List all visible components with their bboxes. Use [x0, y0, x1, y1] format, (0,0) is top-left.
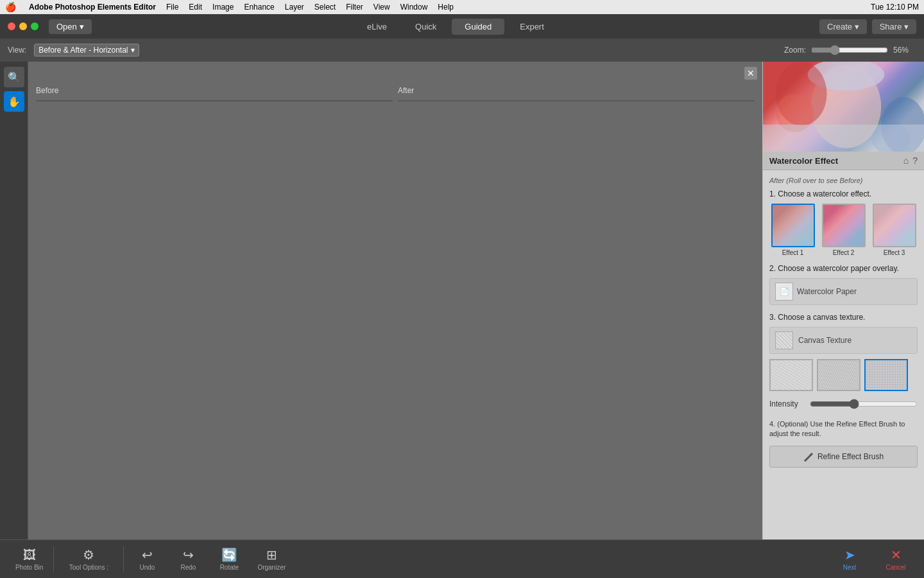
effect2-label: Effect 2 [833, 249, 855, 256]
step3-label: 3. Choose a canvas texture. [769, 313, 918, 322]
canvas-texture-label: Canvas Texture [798, 336, 851, 345]
paper-icon: 📄 [775, 283, 793, 301]
bottom-toolbar: 🖼 Photo Bin ⚙ Tool Options : ↩ Undo ↪ Re… [0, 539, 924, 578]
panel-home-icon[interactable]: ⌂ [903, 155, 909, 166]
undo-icon: ↩ [142, 547, 153, 563]
tab-guided[interactable]: Guided [452, 19, 504, 35]
preview-image-bg [763, 62, 924, 152]
step4-label: 4. (Optional) Use the Refine Effect Brus… [769, 419, 918, 439]
intensity-row: Intensity [769, 399, 918, 409]
app-name: Adobe Photoshop Elements Editor [29, 3, 156, 12]
cancel-button[interactable]: ✕ Cancel [875, 545, 916, 574]
texture3-thumb[interactable] [864, 359, 908, 391]
before-panel: Before [36, 100, 393, 532]
redo-button[interactable]: ↪ Redo [167, 545, 209, 574]
canvas-texture-icon [775, 331, 793, 349]
tab-elive[interactable]: eLive [354, 19, 400, 35]
zoom-control: Zoom: 56% [784, 45, 916, 55]
effect2-image [822, 204, 866, 247]
tool-options-icon: ⚙ [83, 547, 94, 563]
brush-icon [803, 451, 814, 462]
rotate-icon: 🔄 [221, 547, 237, 563]
undo-label: Undo [139, 564, 155, 571]
svg-point-17 [871, 123, 910, 152]
texture-thumbs [769, 359, 918, 391]
menu-help[interactable]: Help [438, 3, 454, 12]
menu-filter[interactable]: Filter [346, 3, 363, 12]
toolbar-divider-2 [123, 547, 124, 572]
next-button[interactable]: ➤ Next [829, 545, 870, 574]
preview-image [763, 62, 924, 152]
menu-window[interactable]: Window [400, 3, 428, 12]
texture-section: Canvas Texture [769, 327, 918, 391]
view-mode-select[interactable]: Before & After - Horizontal ▾ [34, 44, 139, 57]
effect3-image [873, 204, 916, 247]
panel-header: Watercolor Effect ⌂ ? [763, 152, 924, 170]
panel-header-icons: ⌂ ? [903, 155, 918, 166]
effect-row: Effect 1 Effect 2 Effect 3 [769, 204, 918, 256]
menu-enhance[interactable]: Enhance [244, 3, 274, 12]
menu-file[interactable]: File [166, 3, 178, 12]
redo-icon: ↪ [183, 547, 194, 563]
step2-label: 2. Choose a watercolor paper overlay. [769, 264, 918, 273]
texture1-thumb[interactable] [769, 359, 813, 391]
texture2-thumb[interactable] [817, 359, 860, 391]
step1-label: 1. Choose a watercolor effect. [769, 189, 918, 198]
view-label: View: [8, 46, 26, 55]
create-button[interactable]: Create ▾ [819, 19, 867, 34]
panel-help-icon[interactable]: ? [912, 155, 918, 166]
effect2-thumb[interactable]: Effect 2 [820, 204, 867, 256]
rotate-button[interactable]: 🔄 Rotate [209, 545, 250, 574]
refine-effect-brush-button[interactable]: Refine Effect Brush [769, 446, 918, 468]
before-label: Before [36, 86, 58, 95]
canvas-texture-button[interactable]: Canvas Texture [769, 327, 918, 354]
tab-expert[interactable]: Expert [507, 19, 557, 35]
search-tool-icon[interactable]: 🔍 [4, 67, 24, 87]
tool-options-button[interactable]: ⚙ Tool Options : [56, 545, 121, 574]
close-window-button[interactable] [8, 22, 15, 30]
rotate-label: Rotate [220, 564, 239, 571]
menu-bar: 🍎 Adobe Photoshop Elements Editor File E… [0, 0, 924, 14]
paper-overlay-button[interactable]: 📄 Watercolor Paper [769, 278, 918, 305]
panel-caption: After (Roll over to see Before) [769, 177, 918, 184]
photo-bin-label: Photo Bin [15, 564, 43, 571]
effect3-label: Effect 3 [884, 249, 905, 256]
bottom-right-actions: ➤ Next ✕ Cancel [829, 545, 916, 574]
next-icon: ➤ [844, 547, 855, 563]
zoom-value: 56% [893, 46, 916, 55]
system-time: Tue 12:10 PM [871, 3, 919, 12]
effect3-thumb[interactable]: Effect 3 [871, 204, 918, 256]
menu-layer[interactable]: Layer [285, 3, 304, 12]
organizer-button[interactable]: ⊞ Organizer [250, 545, 293, 574]
main-area: 🔍 ✋ ✕ Before [0, 62, 924, 539]
redo-label: Redo [180, 564, 196, 571]
view-toolbar: View: Before & After - Horizontal ▾ Zoom… [0, 39, 924, 62]
maximize-window-button[interactable] [31, 22, 38, 30]
photo-bin-button[interactable]: 🖼 Photo Bin [8, 545, 51, 574]
cancel-icon: ✕ [891, 547, 902, 563]
after-label: After [398, 86, 414, 95]
minimize-window-button[interactable] [19, 22, 27, 30]
effect1-thumb[interactable]: Effect 1 [769, 204, 816, 256]
intensity-slider[interactable] [810, 399, 918, 409]
cancel-label: Cancel [886, 564, 905, 571]
panel-content: After (Roll over to see Before) 1. Choos… [763, 170, 924, 539]
organizer-label: Organizer [257, 564, 286, 571]
tab-quick[interactable]: Quick [402, 19, 449, 35]
apple-icon[interactable]: 🍎 [5, 2, 16, 12]
effect1-image [771, 204, 815, 247]
hand-tool-icon[interactable]: ✋ [4, 91, 24, 112]
menu-edit[interactable]: Edit [189, 3, 202, 12]
svg-point-16 [881, 97, 924, 152]
menu-select[interactable]: Select [314, 3, 336, 12]
close-canvas-button[interactable]: ✕ [744, 67, 757, 80]
zoom-slider[interactable] [811, 45, 888, 55]
effect1-label: Effect 1 [782, 249, 804, 256]
open-button[interactable]: Open ▾ [49, 19, 92, 34]
share-button[interactable]: Share ▾ [872, 19, 916, 34]
after-panel: After [398, 100, 755, 532]
undo-button[interactable]: ↩ Undo [126, 545, 167, 574]
organizer-icon: ⊞ [266, 547, 277, 563]
menu-view[interactable]: View [373, 3, 390, 12]
menu-image[interactable]: Image [212, 3, 234, 12]
